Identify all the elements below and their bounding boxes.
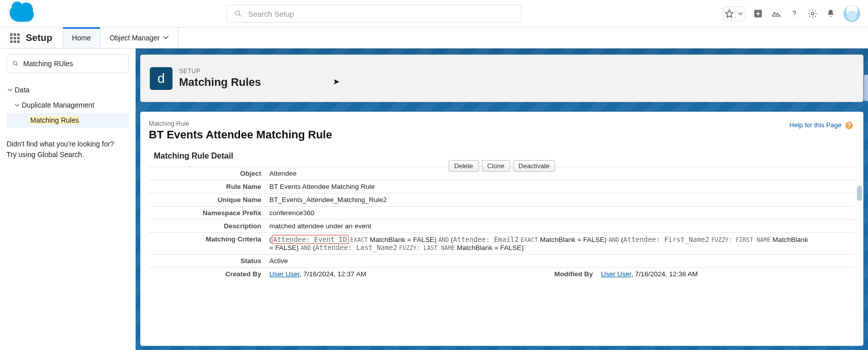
field-label: Object bbox=[149, 167, 265, 180]
field-value: BT_Events_Attendee_Matching_Rule2 bbox=[265, 193, 855, 207]
sidebar-node-duplicate-management[interactable]: Duplicate Management bbox=[7, 97, 129, 113]
favorites-menu[interactable] bbox=[723, 7, 745, 21]
svg-line-7 bbox=[17, 65, 18, 66]
field-label: Namespace Prefix bbox=[149, 207, 265, 220]
table-row: Rule Name BT Events Attendee Matching Ru… bbox=[149, 180, 855, 193]
table-row: Description matched attendee under an ev… bbox=[149, 220, 855, 233]
global-search-input[interactable]: Search Setup bbox=[226, 5, 522, 23]
tab-home[interactable]: Home bbox=[63, 28, 100, 48]
chevron-down-icon bbox=[7, 87, 14, 92]
table-row: Matching Criteria (Attendee: Event_ID EX… bbox=[149, 233, 855, 255]
table-row: Unique Name BT_Events_Attendee_Matching_… bbox=[149, 193, 855, 207]
app-launcher-icon[interactable] bbox=[8, 28, 22, 48]
tab-object-manager-label: Object Manager bbox=[109, 34, 160, 42]
setup-gear-icon[interactable] bbox=[807, 8, 818, 19]
record-detail-card: Matching Rule BT Events Attendee Matchin… bbox=[140, 112, 863, 346]
field-value: BT Events Attendee Matching Rule bbox=[265, 180, 855, 193]
page-title: Matching Rules bbox=[179, 76, 261, 89]
tab-object-manager[interactable]: Object Manager bbox=[100, 28, 179, 48]
table-row: Namespace Prefix conference360 bbox=[149, 207, 855, 220]
svg-point-6 bbox=[13, 61, 17, 65]
chevron-down-icon bbox=[163, 34, 169, 42]
search-icon bbox=[12, 60, 19, 67]
svg-point-4 bbox=[794, 16, 795, 17]
chevron-down-icon bbox=[736, 11, 745, 16]
sidebar-node-label: Duplicate Management bbox=[22, 101, 94, 109]
help-question-icon: ? bbox=[845, 122, 853, 129]
main-content: d SETUP Matching Rules ➤ Matching Rule B… bbox=[136, 48, 868, 350]
delete-button[interactable]: Delete bbox=[449, 160, 479, 172]
field-label: Modified By bbox=[523, 268, 597, 281]
field-label: Rule Name bbox=[149, 180, 265, 193]
created-by-user-link[interactable]: User User bbox=[269, 270, 300, 278]
sidebar-node-matching-rules[interactable]: Matching Rules bbox=[7, 113, 129, 128]
svg-point-5 bbox=[812, 13, 814, 15]
dock-handle[interactable] bbox=[864, 75, 868, 101]
page-header-band: d SETUP Matching Rules ➤ bbox=[136, 48, 868, 112]
notifications-bell-icon[interactable] bbox=[825, 8, 836, 19]
field-label: Unique Name bbox=[149, 193, 265, 207]
trailhead-icon[interactable] bbox=[771, 8, 782, 19]
global-actions bbox=[723, 5, 860, 22]
page-header-icon: d bbox=[150, 67, 172, 90]
created-by-value: User User, 7/16/2024, 12:37 AM bbox=[265, 268, 523, 281]
scrollbar-thumb[interactable] bbox=[857, 186, 862, 201]
setup-sidebar: Matching RUles Data Duplicate Management… bbox=[0, 48, 136, 350]
sidebar-hint-line: Didn't find what you're looking for? bbox=[7, 139, 129, 149]
user-avatar[interactable] bbox=[843, 5, 860, 22]
modified-by-user-link[interactable]: User User bbox=[601, 270, 631, 278]
sidebar-node-label: Data bbox=[15, 86, 30, 94]
record-name-heading: BT Events Attendee Matching Rule bbox=[149, 128, 855, 141]
help-for-page-label: Help for this Page bbox=[789, 121, 841, 129]
global-search-placeholder: Search Setup bbox=[248, 10, 294, 18]
app-nav-bar: Setup Home Object Manager bbox=[0, 28, 868, 48]
field-value: conference360 bbox=[265, 207, 855, 220]
table-row: Status Active bbox=[149, 255, 855, 268]
app-name: Setup bbox=[26, 28, 63, 48]
field-value: matched attendee under an event bbox=[265, 220, 855, 233]
clone-button[interactable]: Clone bbox=[482, 160, 510, 172]
global-add-icon[interactable] bbox=[753, 8, 764, 19]
record-action-buttons: Delete Clone Deactivate bbox=[449, 160, 555, 172]
table-row: Created By User User, 7/16/2024, 12:37 A… bbox=[149, 268, 855, 281]
deactivate-button[interactable]: Deactivate bbox=[513, 160, 555, 172]
svg-marker-2 bbox=[726, 10, 733, 18]
field-label: Description bbox=[149, 220, 265, 233]
svg-line-1 bbox=[239, 15, 241, 16]
help-icon[interactable] bbox=[789, 8, 800, 19]
sidebar-hint: Didn't find what you're looking for? Try… bbox=[7, 139, 129, 160]
chevron-down-icon bbox=[14, 103, 21, 108]
salesforce-logo[interactable] bbox=[8, 4, 35, 23]
field-label: Status bbox=[149, 255, 265, 268]
page-eyebrow: SETUP bbox=[179, 68, 261, 75]
sidebar-node-label: Matching Rules bbox=[30, 116, 80, 124]
sidebar-node-data[interactable]: Data bbox=[7, 82, 129, 97]
field-value: Attendee bbox=[265, 167, 855, 180]
help-for-page-link[interactable]: Help for this Page ? bbox=[789, 121, 853, 129]
modified-by-value: User User, 7/16/2024, 12:38 AM bbox=[597, 268, 855, 281]
field-label: Created By bbox=[149, 268, 265, 281]
search-icon bbox=[234, 10, 242, 18]
criteria-field-highlight: Attendee: Event_ID bbox=[272, 235, 349, 244]
record-detail-table: Object Attendee Rule Name BT Events Atte… bbox=[149, 167, 855, 280]
sidebar-quickfind-value: Matching RUles bbox=[23, 60, 73, 68]
field-label: Matching Criteria bbox=[149, 233, 265, 255]
field-value: Active bbox=[265, 255, 855, 268]
tab-home-label: Home bbox=[72, 34, 91, 42]
svg-point-0 bbox=[236, 11, 240, 15]
matching-criteria-value: (Attendee: Event_ID EXACT MatchBlank = F… bbox=[265, 233, 855, 255]
page-header: d SETUP Matching Rules bbox=[140, 55, 863, 102]
sidebar-quickfind-input[interactable]: Matching RUles bbox=[7, 54, 129, 73]
sidebar-hint-line: Try using Global Search. bbox=[7, 149, 129, 160]
record-subtitle: Matching Rule bbox=[149, 120, 855, 127]
global-header: Search Setup bbox=[0, 0, 868, 28]
star-icon bbox=[723, 8, 735, 19]
section-title: Matching Rule Detail bbox=[154, 152, 855, 161]
